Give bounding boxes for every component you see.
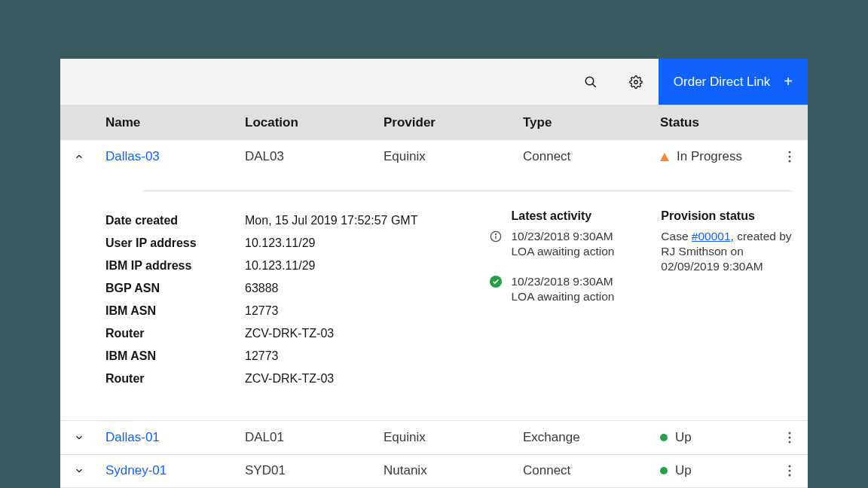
- detail-label: IBM IP address: [105, 255, 245, 277]
- table-header: Name Location Provider Type Status: [60, 105, 808, 140]
- column-header-location: Location: [245, 115, 384, 130]
- order-button-label: Order Direct Link: [674, 75, 770, 90]
- row-location: SYD01: [245, 463, 384, 478]
- check-circle-icon: [490, 276, 502, 288]
- table-row: Dallas-01 DAL01 Equinix Exchange Up: [60, 421, 808, 454]
- chevron-down-icon[interactable]: [74, 465, 105, 476]
- detail-label: IBM ASN: [105, 300, 245, 322]
- status-up-dot-icon: [660, 467, 668, 474]
- detail-value: ZCV-DRK-TZ-03: [245, 322, 511, 345]
- svg-point-14: [789, 474, 791, 477]
- detail-label: Date created: [105, 209, 245, 232]
- row-provider: Equinix: [384, 430, 523, 445]
- detail-value: 10.123.11/29: [245, 255, 511, 277]
- overflow-menu-icon[interactable]: [772, 432, 808, 444]
- svg-point-10: [789, 436, 791, 438]
- detail-value: ZCV-DRK-TZ-03: [245, 368, 511, 390]
- column-header-name: Name: [105, 115, 245, 130]
- detail-value: 63888: [245, 277, 511, 300]
- row-type: Connect: [523, 149, 660, 164]
- column-header-type: Type: [523, 115, 660, 130]
- activity-item: 10/23/2018 9:30AM LOA awaiting action: [511, 274, 661, 304]
- activity-block: Latest activity 10/23/2018 9:30AM LOA aw…: [511, 209, 661, 390]
- main-panel: Order Direct Link + Name Location Provid…: [60, 59, 808, 488]
- svg-point-4: [789, 156, 791, 158]
- detail-value: 10.123.11/29: [245, 232, 511, 255]
- table-row: Dallas-03 DAL03 Equinix Connect In Progr…: [60, 140, 808, 173]
- provision-text: Case #00001, created by RJ Smithson on 0…: [661, 229, 793, 274]
- row-type: Connect: [523, 463, 660, 478]
- detail-block: Date createdMon, 15 Jul 2019 17:52:57 GM…: [105, 209, 511, 390]
- svg-point-3: [789, 151, 791, 154]
- table-row: Sydney-01 SYD01 Nutanix Connect Up: [60, 455, 808, 488]
- provision-block: Provision status Case #00001, created by…: [661, 209, 793, 390]
- toolbar: Order Direct Link +: [60, 59, 808, 105]
- row-status: Up: [660, 430, 772, 445]
- svg-point-0: [585, 77, 594, 85]
- row-provider: Nutanix: [384, 463, 523, 478]
- svg-point-9: [789, 432, 791, 434]
- status-up-dot-icon: [660, 434, 668, 441]
- detail-label: IBM ASN: [105, 345, 245, 368]
- column-header-provider: Provider: [384, 115, 523, 130]
- activity-item: 10/23/2018 9:30AM LOA awaiting action: [511, 229, 661, 259]
- detail-label: Router: [105, 322, 245, 345]
- row-provider: Equinix: [384, 149, 523, 164]
- chevron-down-icon[interactable]: [74, 432, 105, 443]
- info-icon: [490, 230, 502, 242]
- svg-point-11: [789, 441, 791, 443]
- svg-point-8: [496, 234, 497, 235]
- row-status: In Progress: [660, 149, 772, 164]
- svg-line-1: [592, 84, 596, 87]
- detail-value: 12773: [245, 345, 511, 368]
- warning-triangle-icon: [660, 153, 669, 161]
- row-status: Up: [660, 463, 772, 478]
- overflow-menu-icon[interactable]: [772, 151, 808, 163]
- svg-point-5: [789, 160, 791, 163]
- row-name-link[interactable]: Sydney-01: [105, 463, 167, 477]
- detail-label: Router: [105, 368, 245, 390]
- row-location: DAL03: [245, 149, 384, 164]
- svg-point-12: [789, 465, 791, 468]
- row-location: DAL01: [245, 430, 384, 445]
- row-name-link[interactable]: Dallas-01: [105, 430, 160, 444]
- detail-value: 12773: [245, 300, 511, 322]
- overflow-menu-icon[interactable]: [772, 465, 808, 477]
- row-name-link[interactable]: Dallas-03: [105, 149, 160, 163]
- detail-label: User IP address: [105, 232, 245, 255]
- search-icon[interactable]: [568, 59, 613, 105]
- svg-point-13: [789, 470, 791, 472]
- detail-value: Mon, 15 Jul 2019 17:52:57 GMT: [245, 209, 511, 232]
- activity-heading: Latest activity: [511, 209, 661, 223]
- case-link[interactable]: #00001: [692, 230, 731, 242]
- chevron-up-icon[interactable]: [74, 151, 105, 162]
- plus-icon: +: [784, 73, 793, 90]
- svg-point-2: [634, 80, 638, 84]
- expanded-detail-panel: Date createdMon, 15 Jul 2019 17:52:57 GM…: [60, 172, 808, 421]
- column-header-status: Status: [660, 115, 772, 130]
- gear-icon[interactable]: [613, 59, 659, 105]
- order-direct-link-button[interactable]: Order Direct Link +: [659, 59, 808, 105]
- provision-heading: Provision status: [661, 209, 793, 223]
- row-type: Exchange: [523, 430, 660, 445]
- detail-label: BGP ASN: [105, 277, 245, 300]
